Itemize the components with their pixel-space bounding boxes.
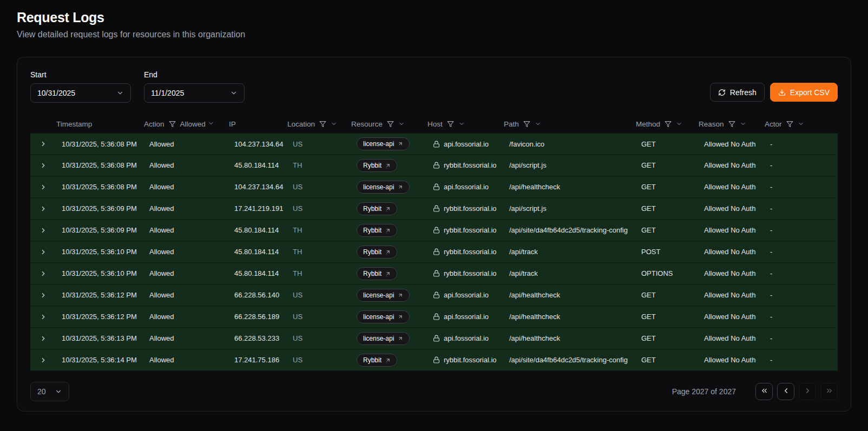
filter-icon[interactable]: [447, 121, 454, 128]
resource-badge[interactable]: Rybbit: [357, 202, 397, 215]
chevron-down-icon[interactable]: [458, 121, 465, 127]
cell-reason: Allowed No Auth: [699, 204, 765, 213]
filter-icon[interactable]: [728, 121, 735, 128]
resource-name: Rybbit: [363, 205, 382, 213]
cell-host: rybbit.fossorial.io: [428, 248, 504, 256]
start-date-select[interactable]: 10/31/2025: [30, 83, 131, 103]
next-page-button[interactable]: [799, 383, 816, 400]
chevron-down-icon[interactable]: [398, 121, 405, 127]
resource-name: license-api: [363, 183, 394, 191]
row-expand-chevron-right-icon[interactable]: [40, 183, 47, 191]
cell-action: Allowed: [144, 140, 229, 148]
resource-badge[interactable]: license-api: [357, 310, 410, 323]
row-expand-chevron-right-icon[interactable]: [40, 291, 47, 299]
cell-resource: license-api: [351, 289, 428, 302]
column-label-method: Method: [636, 120, 660, 128]
end-date-select[interactable]: 11/1/2025: [144, 83, 245, 103]
table-row[interactable]: 10/31/2025, 5:36:08 PM Allowed 45.80.184…: [30, 155, 838, 176]
cell-host: api.fossorial.io: [428, 140, 504, 148]
resource-badge[interactable]: Rybbit: [357, 224, 397, 237]
refresh-icon: [718, 89, 726, 96]
table-row[interactable]: 10/31/2025, 5:36:08 PM Allowed 104.237.1…: [30, 176, 838, 198]
end-date-field: End 11/1/2025: [144, 70, 245, 103]
cell-action: Allowed: [144, 291, 229, 299]
resource-name: license-api: [363, 335, 394, 342]
lock-icon: [433, 270, 440, 277]
table-row[interactable]: 10/31/2025, 5:36:12 PM Allowed 66.228.56…: [30, 306, 838, 328]
chevron-down-icon[interactable]: [535, 121, 541, 127]
column-header-reason: Reason: [699, 120, 765, 128]
table-row[interactable]: 10/31/2025, 5:36:12 PM Allowed 66.228.56…: [30, 284, 838, 306]
table-row[interactable]: 10/31/2025, 5:36:08 PM Allowed 104.237.1…: [30, 133, 838, 155]
cell-action: Allowed: [144, 226, 229, 234]
chevron-down-icon[interactable]: [676, 121, 682, 127]
column-label-ip: IP: [229, 120, 236, 128]
row-expand-chevron-right-icon[interactable]: [40, 205, 47, 213]
filter-icon[interactable]: [319, 121, 326, 128]
row-expand-chevron-right-icon[interactable]: [40, 270, 47, 277]
filter-icon[interactable]: [786, 121, 793, 128]
resource-name: license-api: [363, 140, 394, 148]
resource-badge[interactable]: license-api: [357, 289, 410, 302]
cell-location: US: [287, 356, 351, 364]
resource-badge[interactable]: license-api: [357, 332, 410, 345]
last-page-button[interactable]: [820, 383, 838, 400]
chevron-down-icon[interactable]: [331, 121, 337, 127]
filter-icon[interactable]: [665, 121, 672, 128]
chevron-down-icon[interactable]: [798, 121, 804, 127]
row-expand-chevron-right-icon[interactable]: [40, 313, 47, 321]
cell-method: GET: [636, 291, 699, 299]
resource-badge[interactable]: Rybbit: [357, 159, 397, 172]
cell-method: GET: [636, 204, 699, 213]
row-expand-chevron-right-icon[interactable]: [40, 248, 47, 256]
cell-location: TH: [287, 226, 351, 234]
cell-method: GET: [636, 183, 699, 191]
table-row[interactable]: 10/31/2025, 5:36:10 PM Allowed 45.80.184…: [30, 241, 838, 263]
external-link-icon: [398, 314, 403, 320]
cell-path: /api/healthcheck: [504, 183, 636, 191]
cell-location: TH: [287, 269, 351, 277]
export-csv-button[interactable]: Export CSV: [770, 83, 838, 102]
request-logs-card: Start 10/31/2025 End 11/1/2025: [17, 57, 851, 412]
cell-resource: license-api: [351, 181, 428, 194]
resource-badge[interactable]: license-api: [357, 181, 410, 194]
table-row[interactable]: 10/31/2025, 5:36:10 PM Allowed 45.80.184…: [30, 263, 838, 284]
row-expand-chevron-right-icon[interactable]: [40, 227, 47, 234]
cell-resource: Rybbit: [351, 224, 428, 237]
cell-method: GET: [636, 161, 699, 169]
filter-icon[interactable]: [523, 121, 530, 128]
external-link-icon: [398, 293, 403, 298]
first-page-button[interactable]: [755, 383, 773, 400]
filter-icon[interactable]: [387, 121, 394, 128]
cell-actor: -: [765, 226, 838, 234]
cell-method: OPTIONS: [636, 269, 699, 277]
table-row[interactable]: 10/31/2025, 5:36:13 PM Allowed 66.228.53…: [30, 328, 838, 349]
resource-badge[interactable]: Rybbit: [357, 267, 397, 280]
row-expand-chevron-right-icon[interactable]: [40, 335, 47, 342]
cell-path: /api/healthcheck: [504, 291, 636, 299]
row-expand-chevron-right-icon[interactable]: [40, 140, 47, 148]
table-row[interactable]: 10/31/2025, 5:36:14 PM Allowed 17.241.75…: [30, 349, 838, 371]
prev-page-button[interactable]: [777, 383, 794, 400]
column-label-host: Host: [428, 120, 443, 128]
resource-name: Rybbit: [363, 270, 382, 277]
cell-method: GET: [636, 313, 699, 321]
filter-icon[interactable]: [169, 121, 176, 128]
row-expand-chevron-right-icon[interactable]: [40, 356, 47, 364]
resource-name: Rybbit: [363, 248, 382, 256]
table-row[interactable]: 10/31/2025, 5:36:09 PM Allowed 45.80.184…: [30, 220, 838, 241]
page-subtitle: View detailed request logs for resources…: [17, 30, 851, 39]
cell-path: /api/script.js: [504, 204, 636, 213]
resource-badge[interactable]: Rybbit: [357, 354, 397, 367]
action-filter-value[interactable]: Allowed: [180, 120, 214, 128]
lock-icon: [433, 335, 440, 342]
cell-timestamp: 10/31/2025, 5:36:09 PM: [56, 204, 144, 213]
resource-badge[interactable]: Rybbit: [357, 246, 397, 258]
chevron-down-icon[interactable]: [740, 121, 746, 127]
request-logs-page: Request Logs View detailed request logs …: [0, 0, 868, 412]
refresh-button[interactable]: Refresh: [710, 83, 765, 102]
row-expand-chevron-right-icon[interactable]: [40, 162, 47, 169]
resource-badge[interactable]: license-api: [357, 137, 410, 150]
page-size-select[interactable]: 20: [30, 382, 69, 401]
table-row[interactable]: 10/31/2025, 5:36:09 PM Allowed 17.241.21…: [30, 198, 838, 220]
